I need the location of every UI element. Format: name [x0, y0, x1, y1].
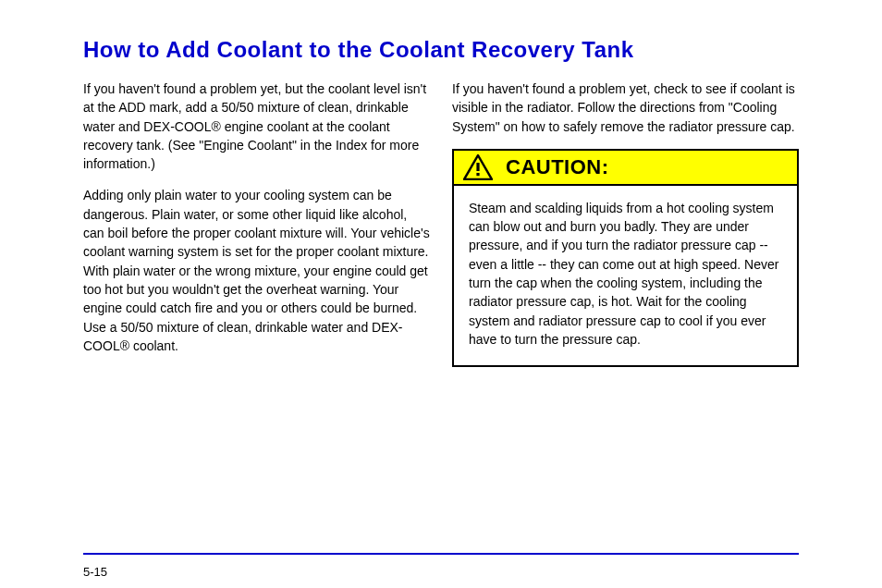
two-column-layout: If you haven't found a problem yet, but … [83, 80, 799, 368]
left-paragraph-2: Adding only plain water to your cooling … [83, 186, 430, 355]
svg-rect-2 [476, 173, 479, 176]
svg-rect-1 [476, 163, 479, 171]
section-heading: How to Add Coolant to the Coolant Recove… [83, 37, 799, 63]
right-intro-paragraph: If you haven't found a problem yet, chec… [452, 80, 799, 136]
page-number: 5-15 [83, 565, 107, 579]
footer-divider [83, 553, 799, 555]
caution-body-text: Steam and scalding liquids from a hot co… [454, 186, 797, 365]
caution-header: CAUTION: [454, 151, 797, 186]
warning-triangle-icon [463, 154, 493, 180]
caution-box: CAUTION: Steam and scalding liquids from… [452, 149, 799, 367]
left-paragraph-1: If you haven't found a problem yet, but … [83, 80, 430, 173]
caution-title: CAUTION: [506, 155, 609, 179]
left-column: If you haven't found a problem yet, but … [83, 80, 430, 368]
manual-page: How to Add Coolant to the Coolant Recove… [0, 0, 882, 588]
right-column: If you haven't found a problem yet, chec… [452, 80, 799, 368]
